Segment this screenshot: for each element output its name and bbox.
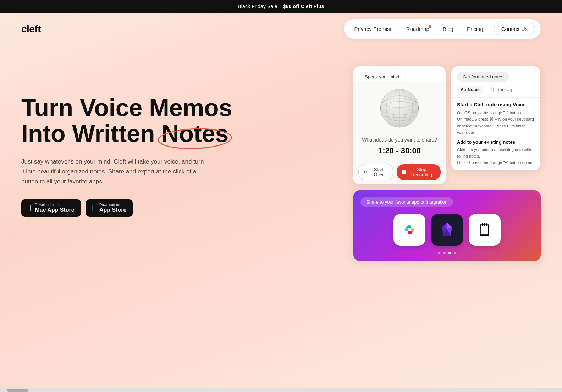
nav-link-pricing[interactable]: Pricing <box>462 24 488 34</box>
apple-icon-ios:  <box>92 203 96 213</box>
nav-link-blog[interactable]: Blog <box>438 24 458 34</box>
voice-card-tag: Speak your mind <box>353 66 446 82</box>
banner-highlight: $60 off Cleft Plus <box>283 4 324 9</box>
hero-title: Turn Voice Memos Into Written Notes <box>21 95 232 147</box>
promo-banner: Black Friday Sale – $60 off Cleft Plus <box>0 0 562 13</box>
notes-card: Get formatted notes Aa Notes 📋 Transcrip… <box>451 66 540 170</box>
voice-card-timer: 1:20 - 30:00 <box>353 144 446 160</box>
scrollbar[interactable] <box>0 388 562 392</box>
voice-card-controls: ↺ Start Over Stop Recording <box>353 160 446 184</box>
slack-app-icon[interactable] <box>393 214 425 246</box>
start-over-button[interactable]: ↺ Start Over <box>358 164 393 180</box>
roadmap-dot <box>429 25 431 28</box>
svg-rect-9 <box>400 221 419 239</box>
hero-section: Turn Voice Memos Into Written Notes Just… <box>0 45 562 275</box>
hero-left: Turn Voice Memos Into Written Notes Just… <box>21 66 232 217</box>
notes-tabs: Aa Notes 📋 Transcript <box>451 86 540 98</box>
tab-notes[interactable]: Aa Notes <box>457 86 483 94</box>
svg-point-11 <box>407 226 409 228</box>
nav-link-roadmap[interactable]: Roadmap <box>401 24 434 34</box>
share-dots <box>360 252 534 254</box>
share-card: Share to your favorite app or integratio… <box>353 190 541 261</box>
hero-description: Just say whatever's on your mind. Cleft … <box>21 157 206 187</box>
mesh-sphere-icon <box>376 85 423 131</box>
notes-subheading: Add to your existing notes <box>457 139 534 145</box>
download-buttons:  Download on the Mac App Store  Downlo… <box>21 199 232 217</box>
stop-recording-button[interactable]: Stop Recording <box>397 164 441 180</box>
dot-3[interactable] <box>448 252 451 254</box>
notes-tab-icon: Aa <box>461 87 466 92</box>
voice-card-question: What ideas do you want to share? <box>353 135 446 144</box>
notes-body-2: Cleft lets you add to an existing note w… <box>457 147 534 166</box>
dot-1[interactable] <box>438 252 440 254</box>
contact-button[interactable]: Contact Us <box>494 23 535 35</box>
obsidian-app-icon[interactable] <box>431 214 463 246</box>
share-apps: 🗒 <box>360 214 534 246</box>
notes-card-tag: Get formatted notes <box>451 66 540 86</box>
notes-content: Start a Cleft note using Voice On iOS pr… <box>451 98 540 170</box>
banner-text: Black Friday Sale – <box>238 4 283 9</box>
mac-download-button[interactable]:  Download on the Mac App Store <box>21 199 81 217</box>
notes-body-1: On iOS press the orange "+" button On ma… <box>457 110 534 136</box>
voice-card: Speak your mind <box>353 66 446 184</box>
nav-links: Privacy Promise Roadmap Blog Pricing Con… <box>344 19 541 39</box>
apple-icon:  <box>28 203 31 213</box>
stop-icon <box>402 170 406 174</box>
nav-link-privacy[interactable]: Privacy Promise <box>349 24 398 34</box>
notes-main-heading: Start a Cleft note using Voice <box>457 102 534 107</box>
notes-highlight: Notes <box>161 121 228 147</box>
transcript-tab-icon: 📋 <box>489 87 494 92</box>
dot-4[interactable] <box>454 252 456 254</box>
ios-download-button[interactable]:  Download on App Store <box>86 199 133 217</box>
svg-point-13 <box>409 231 412 234</box>
hero-right: Speak your mind <box>353 66 541 261</box>
notion-app-icon[interactable]: 🗒 <box>469 214 501 246</box>
scrollbar-thumb[interactable] <box>7 389 28 392</box>
dot-2[interactable] <box>443 252 446 254</box>
share-tag: Share to your favorite app or integratio… <box>360 197 453 207</box>
logo[interactable]: cleft <box>21 23 41 35</box>
restart-icon: ↺ <box>364 170 368 175</box>
navbar: cleft Privacy Promise Roadmap Blog Prici… <box>0 13 562 45</box>
top-cards: Speak your mind <box>353 66 541 184</box>
notion-logo-icon: 🗒 <box>476 222 493 238</box>
tab-transcript[interactable]: 📋 Transcript <box>485 86 518 94</box>
voice-card-graphic <box>353 82 446 135</box>
